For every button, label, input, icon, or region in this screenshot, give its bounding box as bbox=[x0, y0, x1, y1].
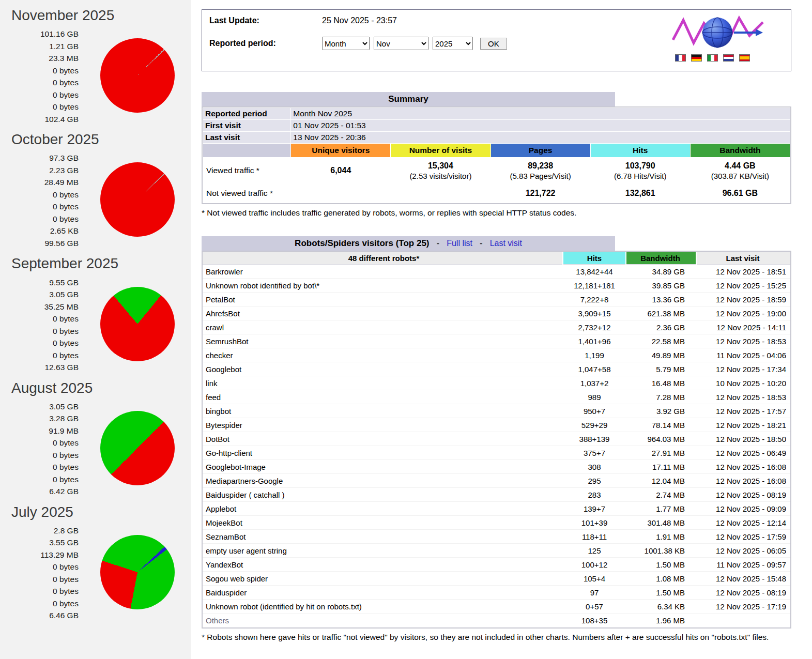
robot-hits: 105+4 bbox=[563, 572, 626, 586]
viewed-unique-visitors: 6,044 bbox=[291, 158, 390, 183]
last-visit-info-value: 13 Nov 2025 - 20:36 bbox=[291, 132, 790, 143]
flag-netherlands-icon[interactable] bbox=[723, 54, 734, 62]
robot-row: Go-http-client 375+7 27.91 MB 12 Nov 202… bbox=[203, 446, 790, 460]
month-values: 101.16 GB1.21 GB23.3 MB0 bytes0 bytes0 b… bbox=[0, 28, 79, 125]
month-value: 6.42 GB bbox=[0, 485, 79, 498]
robot-row: Googlebot 1,047+58 5.79 MB 12 Nov 2025 -… bbox=[203, 362, 790, 376]
month-value: 0 bytes bbox=[0, 437, 79, 449]
flag-spain-icon[interactable] bbox=[739, 54, 750, 62]
robot-row: Applebot 139+7 1.77 MB 12 Nov 2025 - 09:… bbox=[203, 502, 790, 516]
period-year-select[interactable]: 2025 bbox=[433, 37, 473, 50]
col-number-of-visits: Number of visits bbox=[391, 144, 490, 157]
month-pie-chart bbox=[100, 38, 175, 113]
col-unique-visitors: Unique visitors bbox=[291, 144, 390, 157]
viewed-pages: 89,238 (5.83 Pages/Visit) bbox=[491, 158, 590, 183]
robots-table-frame: 48 different robots* Hits Bandwidth Last… bbox=[202, 251, 791, 629]
robot-name: Mediapartners-Google bbox=[203, 474, 563, 488]
month-value: 28.49 MB bbox=[0, 176, 79, 189]
robot-bandwidth: 49.89 MB bbox=[626, 348, 696, 362]
month-values: 2.8 GB3.55 GB113.29 MB0 bytes0 bytes0 by… bbox=[0, 525, 79, 622]
robot-last-visit: 12 Nov 2025 - 18:53 bbox=[696, 390, 790, 404]
period-granularity-select[interactable]: Month bbox=[322, 37, 370, 50]
flag-italy-icon[interactable] bbox=[707, 54, 718, 62]
month-pie-chart bbox=[100, 287, 175, 361]
robot-bandwidth: 78.14 MB bbox=[626, 418, 696, 432]
month-value: 0 bytes bbox=[0, 76, 79, 89]
month-pie-chart bbox=[100, 535, 175, 609]
robot-last-visit: 12 Nov 2025 - 08:19 bbox=[696, 488, 790, 502]
month-value: 99.56 GB bbox=[0, 237, 79, 250]
summary-columns-row: Unique visitors Number of visits Pages H… bbox=[203, 144, 790, 157]
robot-row: link 1,037+2 16.48 MB 10 Nov 2025 - 10:2… bbox=[203, 376, 790, 390]
robot-hits: 100+12 bbox=[563, 558, 626, 572]
summary-table-frame: Reported period Month Nov 2025 First vis… bbox=[202, 106, 791, 204]
col-hits: Hits bbox=[591, 144, 690, 157]
robot-bandwidth: 39.85 GB bbox=[626, 279, 696, 293]
robot-name: Unknown robot (identified by hit on robo… bbox=[203, 600, 563, 614]
month-value: 0 bytes bbox=[0, 449, 79, 462]
robot-row: bingbot 950+7 3.92 GB 12 Nov 2025 - 17:5… bbox=[203, 404, 790, 418]
month-summary-block: September 2025 9.55 GB3.05 GB35.25 MB0 b… bbox=[0, 255, 191, 373]
robot-name: crawl bbox=[203, 320, 563, 334]
robot-bandwidth: 5.79 MB bbox=[626, 362, 696, 376]
full-list-link[interactable]: Full list bbox=[447, 239, 472, 248]
month-value: 9.55 GB bbox=[0, 277, 79, 289]
robot-row: Unknown robot identified by bot\* 12,181… bbox=[203, 279, 790, 293]
robot-hits: 97 bbox=[563, 586, 626, 600]
last-visit-link[interactable]: Last visit bbox=[490, 239, 522, 248]
ok-button[interactable]: OK bbox=[480, 38, 507, 50]
reported-period-info-label: Reported period bbox=[203, 108, 290, 119]
month-value: 0 bytes bbox=[0, 313, 79, 325]
month-value: 3.05 GB bbox=[0, 401, 79, 413]
month-value: 101.16 GB bbox=[0, 28, 79, 40]
robot-row: Mediapartners-Google 295 12.04 MB 12 Nov… bbox=[203, 474, 790, 488]
robot-last-visit: 12 Nov 2025 - 08:19 bbox=[696, 586, 790, 600]
month-title: September 2025 bbox=[11, 255, 191, 272]
robot-last-visit: 12 Nov 2025 - 17:59 bbox=[696, 530, 790, 544]
flag-germany-icon[interactable] bbox=[691, 54, 702, 62]
robot-hits: 1,037+2 bbox=[563, 376, 626, 390]
month-value: 0 bytes bbox=[0, 597, 79, 610]
robot-row: Baiduspider ( catchall ) 283 2.74 MB 12 … bbox=[203, 488, 790, 502]
robots-columns-row: 48 different robots* Hits Bandwidth Last… bbox=[203, 252, 790, 265]
robot-row: Barkrowler 13,842+44 34.89 GB 12 Nov 202… bbox=[203, 265, 790, 279]
robots-title: Robots/Spiders visitors (Top 25) bbox=[295, 238, 429, 249]
col-robot-hits: Hits bbox=[563, 252, 626, 265]
summary-columns-spacer bbox=[203, 144, 290, 157]
robot-row: Googlebot-Image 308 17.11 MB 12 Nov 2025… bbox=[203, 460, 790, 474]
awstats-logo-area bbox=[672, 13, 764, 62]
col-pages: Pages bbox=[491, 144, 590, 157]
robot-name: PetalBot bbox=[203, 293, 563, 306]
month-value: 0 bytes bbox=[0, 461, 79, 473]
robot-last-visit: 12 Nov 2025 - 06:49 bbox=[696, 446, 790, 460]
robot-row: Others 108+35 1.96 MB bbox=[203, 614, 790, 627]
robot-name: SeznamBot bbox=[203, 530, 563, 544]
robots-section: Robots/Spiders visitors (Top 25) - Full … bbox=[202, 236, 791, 643]
robot-name: MojeekBot bbox=[203, 516, 563, 530]
robot-name: empty user agent string bbox=[203, 544, 563, 558]
main-content: Last Update: 25 Nov 2025 - 23:57 Reporte… bbox=[191, 0, 812, 659]
robot-row: Unknown robot (identified by hit on robo… bbox=[203, 600, 790, 614]
robot-bandwidth: 3.92 GB bbox=[626, 404, 696, 418]
robot-bandwidth: 2.36 GB bbox=[626, 320, 696, 334]
month-value: 0 bytes bbox=[0, 213, 79, 225]
robot-hits: 108+35 bbox=[563, 614, 626, 627]
robot-bandwidth: 16.48 MB bbox=[626, 376, 696, 390]
month-value: 23.3 MB bbox=[0, 52, 79, 65]
robot-name: Unknown robot identified by bot\* bbox=[203, 279, 563, 293]
robot-name: SemrushBot bbox=[203, 334, 563, 348]
robot-bandwidth: 964.03 MB bbox=[626, 432, 696, 446]
month-value: 0 bytes bbox=[0, 89, 79, 101]
flag-france-icon[interactable] bbox=[675, 54, 686, 62]
period-month-select[interactable]: Nov bbox=[374, 37, 428, 50]
robot-bandwidth: 1001.38 KB bbox=[626, 544, 696, 558]
month-values: 9.55 GB3.05 GB35.25 MB0 bytes0 bytes0 by… bbox=[0, 277, 79, 374]
month-value: 0 bytes bbox=[0, 561, 79, 573]
robots-header-bar: Robots/Spiders visitors (Top 25) - Full … bbox=[202, 236, 615, 251]
robot-hits: 0+57 bbox=[563, 600, 626, 614]
robot-bandwidth: 27.91 MB bbox=[626, 446, 696, 460]
summary-section: Summary Reported period Month Nov 2025 F… bbox=[202, 92, 791, 219]
robot-bandwidth: 6.34 KB bbox=[626, 600, 696, 614]
robot-bandwidth: 1.77 MB bbox=[626, 502, 696, 516]
summary-footnote: * Not viewed traffic includes traffic ge… bbox=[202, 208, 791, 219]
